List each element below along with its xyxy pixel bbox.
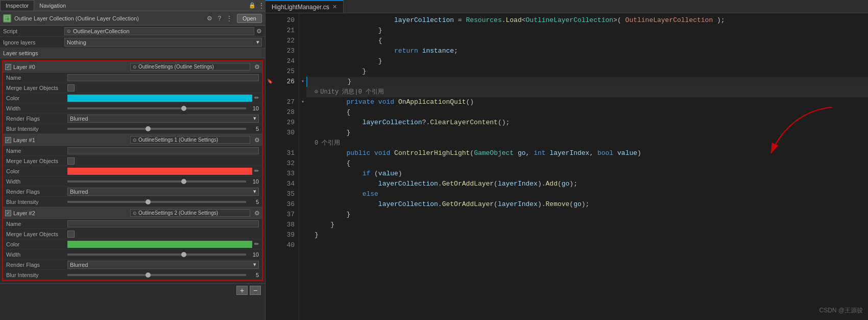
layer-2-checkbox[interactable]: ✓ xyxy=(5,210,11,216)
fold-27[interactable]: ▾ xyxy=(299,97,306,107)
settings-ref-icon-0: ⊙ xyxy=(133,64,137,70)
layer-1-blur-label: Blur Intensity xyxy=(6,199,67,205)
layer-0-merge-field: Merge Layer Objects xyxy=(3,83,262,93)
inspector-header: Outline Layer Collection (Outline Layer … xyxy=(0,11,265,26)
settings-ref-text-0: OutlineSettings (Outline Settings) xyxy=(138,64,214,70)
tab-close-icon[interactable]: ✕ xyxy=(332,4,337,10)
bp-35 xyxy=(266,189,274,199)
ln-33: 33 xyxy=(280,169,295,179)
bp-34 xyxy=(266,179,274,189)
code-tabs: HighLightManager.cs ✕ xyxy=(266,0,868,13)
code-line-24: } xyxy=(306,56,868,66)
layer-0-blur-label: Blur Intensity xyxy=(6,126,67,132)
ln-32: 32 xyxy=(280,158,295,169)
help-icon[interactable]: ? xyxy=(216,14,223,22)
layers-content: ✓ Layer #0 ⊙ OutlineSettings (Outline Se… xyxy=(0,58,265,320)
fold-33 xyxy=(299,169,306,179)
code-line-27: private void OnApplicationQuit() xyxy=(306,97,868,107)
dropdown-arrow-icon: ▾ xyxy=(256,39,259,45)
code-tab-highlightmanager[interactable]: HighLightManager.cs ✕ xyxy=(266,0,344,13)
bp-24 xyxy=(266,56,274,66)
script-ref-value: OutlineLayerCollection xyxy=(73,28,130,34)
ln-msg xyxy=(280,87,295,97)
fold-23 xyxy=(299,46,306,56)
layer-1-block: ✓ Layer #1 ⊙ OutlineSettings 1 (Outline … xyxy=(3,134,262,207)
layer-2-color-bar[interactable] xyxy=(67,241,252,248)
settings-ref-icon-2: ⊙ xyxy=(133,211,137,216)
layer-0-settings-cog[interactable]: ⚙ xyxy=(254,63,260,71)
layer-0-render-arrow: ▾ xyxy=(253,115,256,122)
layer-0-blur-slider[interactable] xyxy=(67,128,246,130)
layer-2-name-input[interactable] xyxy=(67,220,259,227)
layer-2-blur-slider[interactable] xyxy=(67,274,246,276)
layer-0-merge-checkbox[interactable] xyxy=(67,84,75,92)
layer-0-render-dropdown[interactable]: Blurred ▾ xyxy=(67,115,259,123)
ln-27: 27 xyxy=(280,97,295,107)
layer-2-merge-checkbox[interactable] xyxy=(67,231,75,238)
layer-2-blur-row: Blur Intensity 5 xyxy=(3,270,262,280)
layer-0-width-slider[interactable] xyxy=(67,107,246,109)
bp-32 xyxy=(266,158,274,169)
layer-1-width-slider[interactable] xyxy=(67,180,246,182)
tab-navigation[interactable]: Navigation xyxy=(34,0,71,11)
script-value-field: ⊙ OutlineLayerCollection xyxy=(64,27,254,35)
layer-2-settings-ref[interactable]: ⊙ OutlineSettings 2 (Outline Settings) xyxy=(130,209,250,217)
ln-ref xyxy=(280,138,295,148)
bp-27 xyxy=(266,97,274,107)
layer-2-blur-label: Blur Intensity xyxy=(6,272,67,278)
layer-2-render-dropdown[interactable]: Blurred ▾ xyxy=(67,261,259,269)
layer-2-width-row: Width 10 xyxy=(3,249,262,260)
code-line-40 xyxy=(306,240,868,250)
code-line-32: { xyxy=(306,158,868,169)
layer-1-settings-ref[interactable]: ⊙ OutlineSettings 1 (Outline Settings) xyxy=(130,136,250,144)
layer-2-width-value: 10 xyxy=(246,252,259,258)
code-line-35: else xyxy=(306,189,868,199)
ln-22: 22 xyxy=(280,36,295,46)
code-editor-area: 🔖 20 21 22 23 24 25 26 xyxy=(266,13,868,320)
fold-25 xyxy=(299,66,306,77)
settings-icon[interactable]: ⚙ xyxy=(205,14,214,22)
layer-0-name-input[interactable] xyxy=(67,74,259,81)
fold-40 xyxy=(299,240,306,250)
layer-1-color-row: Color ✏ xyxy=(3,166,262,176)
watermark-text: CSDN @王源骏 xyxy=(819,307,863,314)
fold-37 xyxy=(299,210,306,220)
more-options-icon[interactable]: ⋮ xyxy=(225,14,234,22)
layer-0-render-row: Render Flags Blurred ▾ xyxy=(3,113,262,124)
bp-31 xyxy=(266,148,274,158)
ignore-layers-dropdown[interactable]: Nothing ▾ xyxy=(64,38,262,47)
layer-1-merge-checkbox[interactable] xyxy=(67,157,75,165)
layer-1-settings-cog[interactable]: ⚙ xyxy=(254,136,260,144)
add-remove-row: + − xyxy=(0,283,265,297)
code-tab-label: HighLightManager.cs xyxy=(272,4,329,11)
layer-2-settings-cog[interactable]: ⚙ xyxy=(254,210,260,217)
layer-1-render-arrow: ▾ xyxy=(253,188,256,195)
layer-2-width-slider[interactable] xyxy=(67,254,246,256)
breakpoint-column: 🔖 xyxy=(266,13,274,320)
layer-0-checkbox[interactable]: ✓ xyxy=(5,64,11,70)
code-line-26: } xyxy=(306,77,868,87)
layer-1-merge-label: Merge Layer Objects xyxy=(6,158,67,164)
fold-21 xyxy=(299,26,306,36)
layer-0-settings-ref[interactable]: ⊙ OutlineSettings (Outline Settings) xyxy=(130,63,250,71)
code-line-21: } xyxy=(306,26,868,36)
open-button[interactable]: Open xyxy=(237,14,262,23)
layer-1-name-input[interactable] xyxy=(67,147,259,154)
add-layer-button[interactable]: + xyxy=(236,286,248,295)
fold-26[interactable]: ▾ xyxy=(299,77,306,87)
layer-2-color-picker-icon[interactable]: ✏ xyxy=(254,241,259,247)
layer-1-render-dropdown[interactable]: Blurred ▾ xyxy=(67,188,259,196)
ln-34: 34 xyxy=(280,179,295,189)
tab-inspector[interactable]: Inspector xyxy=(0,0,34,11)
layer-2-merge-field: Merge Layer Objects xyxy=(3,229,262,239)
unity-message-line: ⊙ Unity 消息|0 个引用 xyxy=(306,87,868,97)
remove-layer-button[interactable]: − xyxy=(250,286,261,295)
layer-1-color-bar[interactable] xyxy=(67,168,252,175)
more-icon: ⋮ xyxy=(258,2,265,10)
bp-29 xyxy=(266,118,274,128)
layer-1-color-picker-icon[interactable]: ✏ xyxy=(254,168,259,174)
layer-0-color-picker-icon[interactable]: ✏ xyxy=(254,95,259,101)
layer-1-checkbox[interactable]: ✓ xyxy=(5,137,11,143)
layer-1-blur-slider[interactable] xyxy=(67,201,246,203)
layer-0-color-bar[interactable] xyxy=(67,95,252,102)
